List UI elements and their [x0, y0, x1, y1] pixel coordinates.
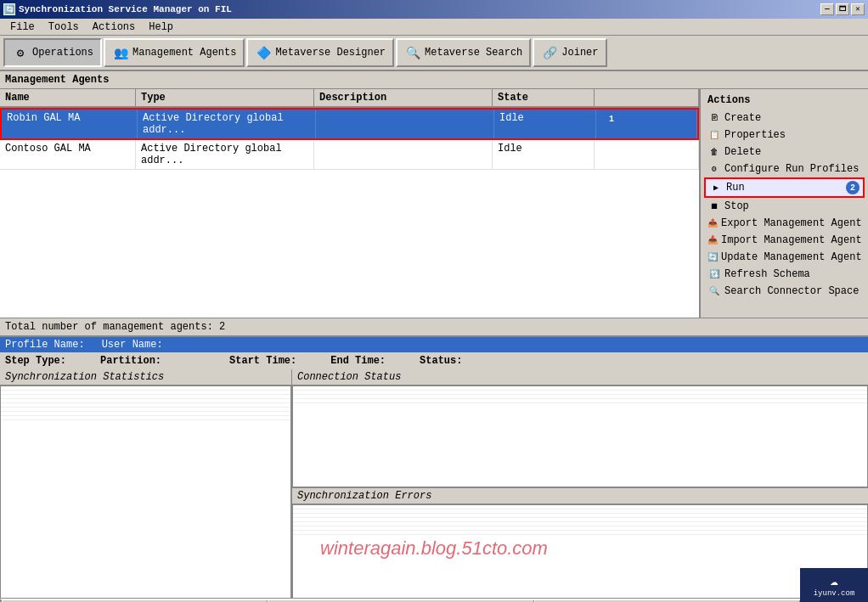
connection-status-header: Connection Status — [292, 369, 868, 385]
create-icon: 🖹 — [707, 111, 721, 125]
partition: Partition: — [100, 355, 161, 367]
col-type: Type — [136, 89, 314, 106]
sync-stats-header: Synchronization Statistics — [0, 369, 291, 385]
run-label: Run — [726, 182, 745, 194]
action-properties[interactable]: 📋 Properties — [704, 127, 865, 143]
operations-label: Operations — [32, 47, 93, 59]
logo: ☁ iyunv.com — [800, 568, 868, 602]
row1-name: Robin GAL MA — [2, 110, 138, 138]
row1-state: Idle — [494, 110, 596, 138]
action-export-ma[interactable]: 📤 Export Management Agent — [704, 215, 865, 232]
export-label: Export Management Agent — [721, 217, 862, 229]
row2-name: Contoso GAL MA — [0, 140, 136, 169]
delete-icon: 🗑 — [707, 145, 721, 159]
action-stop[interactable]: ⏹ Stop — [704, 198, 865, 215]
toolbar: ⚙ Operations 👥 Management Agents 🔷 Metav… — [0, 36, 868, 71]
properties-label: Properties — [724, 129, 786, 141]
logo-text: iyunv.com — [814, 589, 855, 598]
metaverse-designer-icon: 🔷 — [255, 44, 272, 61]
row1-type: Active Directory global addr... — [138, 110, 316, 138]
create-label: Create — [724, 112, 761, 124]
menu-actions[interactable]: Actions — [86, 20, 142, 35]
update-icon: 🔄 — [707, 250, 718, 264]
menu-bar: File Tools Actions Help — [0, 19, 868, 36]
row1-extra: 1 — [596, 110, 697, 138]
end-time: End Time: — [330, 355, 386, 367]
right-details: Connection Status Synchronization Errors — [292, 369, 868, 599]
start-time: Start Time: — [229, 355, 296, 367]
action-search-connector-space[interactable]: 🔍 Search Connector Space — [704, 283, 865, 300]
close-button[interactable]: ✕ — [851, 3, 865, 15]
connection-status-table — [292, 385, 868, 487]
bottom-status-bar — [0, 599, 868, 602]
operations-icon: ⚙ — [12, 44, 29, 61]
actions-panel: Actions 🖹 Create 📋 Properties 🗑 Delete ⚙… — [700, 89, 868, 318]
action-configure-run-profiles[interactable]: ⚙ Configure Run Profiles — [704, 160, 865, 177]
sync-errors-row — [293, 531, 867, 535]
annotation-1: 1 — [605, 112, 618, 126]
menu-help[interactable]: Help — [142, 20, 180, 35]
annotation-2: 2 — [846, 181, 860, 194]
user-name-label: User Name: — [102, 339, 163, 351]
col-name: Name — [0, 89, 136, 106]
stop-icon: ⏹ — [707, 200, 721, 213]
toolbar-metaverse-search[interactable]: 🔍 Metaverse Search — [396, 38, 531, 67]
menu-file[interactable]: File — [3, 20, 42, 35]
col-description: Description — [314, 89, 493, 106]
management-agents-table: Name Type Description State Robin GAL MA… — [0, 89, 700, 318]
update-label: Update Management Agent — [721, 251, 862, 263]
action-refresh-schema[interactable]: 🔃 Refresh Schema — [704, 266, 865, 283]
metaverse-search-label: Metaverse Search — [425, 47, 522, 59]
refresh-icon: 🔃 — [707, 267, 721, 281]
management-agents-label: Management Agents — [132, 47, 236, 59]
actions-header: Actions — [704, 93, 865, 110]
table-row[interactable]: Robin GAL MA Active Directory global add… — [0, 108, 699, 140]
action-run[interactable]: ▶ Run 2 — [704, 177, 865, 198]
main-area: Name Type Description State Robin GAL MA… — [0, 89, 868, 318]
toolbar-metaverse-designer[interactable]: 🔷 Metaverse Designer — [246, 38, 394, 67]
count-bar: Total number of management agents: 2 — [0, 318, 868, 335]
export-icon: 📤 — [707, 217, 718, 230]
action-update-ma[interactable]: 🔄 Update Management Agent — [704, 249, 865, 266]
profile-name-label: Profile Name: — [5, 339, 85, 351]
table-body: Robin GAL MA Active Directory global add… — [0, 108, 699, 318]
joiner-icon: 🔗 — [541, 44, 558, 61]
toolbar-management-agents[interactable]: 👥 Management Agents — [104, 38, 245, 67]
title-bar: 🔄 Synchronization Service Manager on FIL… — [0, 0, 868, 19]
import-label: Import Management Agent — [721, 234, 862, 246]
app-icon: 🔄 — [3, 3, 15, 15]
toolbar-operations[interactable]: ⚙ Operations — [3, 38, 102, 67]
status: Status: — [420, 355, 462, 367]
metaverse-search-icon: 🔍 — [404, 44, 421, 61]
window-title: Synchronization Service Manager on FIL — [19, 4, 232, 14]
sync-errors-table — [292, 504, 868, 599]
connection-status-row — [293, 399, 867, 403]
action-import-ma[interactable]: 📥 Import Management Agent — [704, 232, 865, 249]
search-connector-icon: 🔍 — [707, 284, 721, 298]
toolbar-joiner[interactable]: 🔗 Joiner — [533, 38, 606, 67]
properties-icon: 📋 — [707, 128, 721, 142]
minimize-button[interactable]: — — [820, 3, 834, 15]
row2-extra — [595, 140, 699, 169]
row2-type: Active Directory global addr... — [136, 140, 314, 169]
sync-errors-section: Synchronization Errors — [292, 488, 868, 599]
import-icon: 📥 — [707, 233, 718, 247]
management-agents-icon: 👥 — [112, 44, 129, 61]
details-content: Synchronization Statistics Connection St… — [0, 369, 868, 599]
row2-description — [314, 140, 493, 169]
col-extra — [595, 89, 699, 106]
sync-stats-section: Synchronization Statistics — [0, 369, 292, 599]
sync-stats-table — [0, 385, 291, 599]
metaverse-designer-label: Metaverse Designer — [275, 47, 386, 59]
menu-tools[interactable]: Tools — [42, 20, 86, 35]
delete-label: Delete — [724, 146, 761, 158]
search-connector-label: Search Connector Space — [724, 285, 859, 297]
section-header: Management Agents — [0, 71, 868, 89]
table-row[interactable]: Contoso GAL MA Active Directory global a… — [0, 140, 699, 170]
joiner-label: Joiner — [561, 47, 598, 59]
restore-button[interactable]: 🗖 — [836, 3, 849, 15]
sync-stats-row — [1, 416, 290, 420]
sync-errors-header: Synchronization Errors — [292, 488, 868, 504]
action-delete[interactable]: 🗑 Delete — [704, 143, 865, 160]
action-create[interactable]: 🖹 Create — [704, 110, 865, 127]
